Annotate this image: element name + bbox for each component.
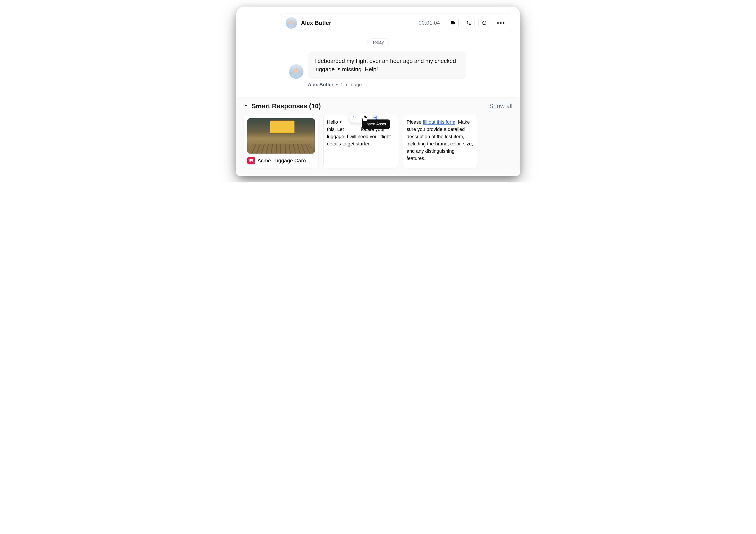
text-fragment: Please bbox=[407, 119, 423, 125]
message-bubble: I deboarded my flight over an hour ago a… bbox=[308, 52, 466, 79]
dot-icon bbox=[500, 22, 501, 24]
phone-icon bbox=[466, 20, 471, 26]
sparkle-icon bbox=[353, 115, 358, 120]
show-all-link[interactable]: Show all bbox=[489, 102, 513, 110]
image-file-icon bbox=[247, 157, 255, 164]
dot-icon bbox=[503, 22, 504, 24]
more-menu-button[interactable] bbox=[496, 22, 506, 24]
sparkle-tool[interactable] bbox=[351, 114, 359, 121]
chat-window: Alex Butler 00:01:04 Today I deboarded m… bbox=[236, 7, 520, 176]
response-card-text[interactable]: Please fill out this form. Make sure you… bbox=[403, 115, 478, 168]
smart-responses-panel: Smart Responses (10) Show all Acme Lugga… bbox=[236, 97, 520, 176]
message-time: 1 min ago bbox=[340, 82, 362, 87]
collapse-toggle[interactable] bbox=[244, 103, 249, 109]
chat-header: Alex Butler 00:01:04 bbox=[280, 13, 511, 32]
card-hover-toolbar: Insert Asset bbox=[349, 113, 381, 123]
response-cards: Acme Luggage Caro... bbox=[244, 115, 513, 168]
response-text: Please fill out this form. Make sure you… bbox=[407, 119, 474, 162]
response-card-asset[interactable]: Acme Luggage Caro... bbox=[244, 115, 318, 168]
asset-filename: Acme Luggage Caro... bbox=[257, 157, 310, 165]
refresh-icon bbox=[482, 20, 487, 26]
text-fragment: Hello < bbox=[327, 119, 342, 125]
video-icon bbox=[450, 20, 455, 26]
message-author: Alex Butler bbox=[308, 82, 334, 87]
message-meta: Alex Butler • 1 min ago bbox=[308, 82, 520, 88]
smart-responses-title: Smart Responses (10) bbox=[252, 102, 321, 110]
call-timer: 00:01:04 bbox=[418, 20, 440, 26]
refresh-button[interactable] bbox=[478, 17, 490, 29]
smart-responses-header: Smart Responses (10) Show all bbox=[244, 102, 513, 110]
video-call-button[interactable] bbox=[447, 17, 459, 29]
contact-name: Alex Butler bbox=[301, 19, 331, 26]
tooltip: Insert Asset bbox=[362, 120, 390, 129]
form-link[interactable]: fill out this form bbox=[423, 119, 455, 125]
dot-icon bbox=[497, 22, 499, 24]
chevron-down-icon bbox=[244, 103, 249, 108]
date-separator: Today bbox=[367, 38, 389, 46]
avatar[interactable] bbox=[286, 17, 297, 29]
text-fragment: . Make sure you provide a detailed descr… bbox=[407, 119, 473, 161]
voice-call-button[interactable] bbox=[463, 17, 474, 29]
response-card-text[interactable]: Insert Asset Hello < xxxxxxxx ry to hear… bbox=[323, 115, 398, 168]
asset-label-row: Acme Luggage Caro... bbox=[247, 157, 315, 165]
message-row: I deboarded my flight over an hour ago a… bbox=[289, 52, 507, 79]
avatar[interactable] bbox=[289, 64, 304, 79]
asset-thumbnail bbox=[247, 119, 315, 153]
